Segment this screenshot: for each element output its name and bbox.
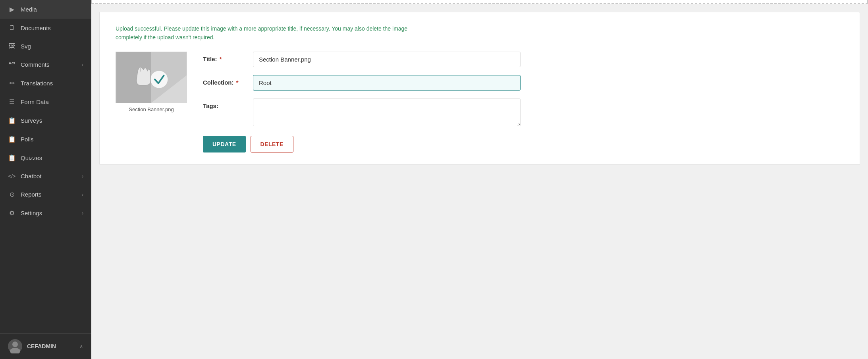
svg-icon: 🖼 [8,42,16,50]
buttons-row: UPDATE DELETE [203,136,521,152]
title-input[interactable] [253,52,521,67]
surveys-icon: 📋 [8,117,16,124]
chatbot-icon: </> [8,173,16,179]
collection-label: Collection: * [203,75,247,86]
avatar [8,339,22,353]
sidebar-item-polls[interactable]: 📋 Polls [0,130,91,149]
content-card: Upload successful. Please update this im… [99,12,860,165]
user-name: CEFADMIN [27,343,75,349]
image-preview [116,52,187,103]
title-required: * [220,56,222,62]
main-content: Upload successful. Please update this im… [91,0,868,359]
upload-drop-area-border [91,0,868,4]
documents-icon: 🗒 [8,24,16,31]
chevron-right-icon: › [82,192,83,197]
sidebar-item-translations[interactable]: ✏ Translations [0,74,91,93]
sidebar-item-quizzes[interactable]: 📋 Quizzes [0,149,91,167]
sidebar-item-comments[interactable]: ❝❞ Comments › [0,55,91,74]
settings-icon: ⚙ [8,209,16,217]
collection-required: * [236,79,239,86]
media-icon: ▶ [8,6,16,13]
chevron-up-icon: ∧ [79,344,83,349]
chevron-right-icon: › [82,62,83,68]
sidebar-item-label: Chatbot [21,173,42,180]
chevron-right-icon: › [82,174,83,179]
form-section: Section Banner.png Title: * Collection: [116,52,844,152]
quizzes-icon: 📋 [8,154,16,162]
chevron-right-icon: › [82,210,83,216]
collection-input[interactable] [253,75,521,91]
sidebar-item-label: Documents [21,25,51,31]
update-button[interactable]: UPDATE [203,136,246,152]
sidebar-item-media[interactable]: ▶ Media [0,0,91,19]
tags-row: Tags: [203,98,521,126]
sidebar-item-label: Polls [21,136,34,143]
fields-column: Title: * Collection: * Tags: [203,52,521,152]
sidebar-item-surveys[interactable]: 📋 Surveys [0,111,91,130]
comments-icon: ❝❞ [8,61,16,68]
collection-row: Collection: * [203,75,521,91]
title-label: Title: * [203,52,247,62]
title-row: Title: * [203,52,521,67]
form-data-icon: ☰ [8,98,16,106]
sidebar-item-label: Form Data [21,98,49,105]
image-column: Section Banner.png [116,52,187,112]
sidebar-item-documents[interactable]: 🗒 Documents [0,19,91,37]
svg-point-1 [10,348,20,353]
sidebar-item-label: Media [21,6,37,13]
sidebar-item-chatbot[interactable]: </> Chatbot › [0,167,91,185]
translations-icon: ✏ [8,79,16,87]
sidebar-item-form-data[interactable]: ☰ Form Data [0,93,91,111]
sidebar-item-label: Svg [21,43,31,50]
sidebar-item-label: Quizzes [21,154,42,161]
user-footer[interactable]: CEFADMIN ∧ [0,333,91,359]
svg-point-0 [12,342,18,347]
sidebar-item-reports[interactable]: ⊙ Reports › [0,185,91,204]
sidebar-item-settings[interactable]: ⚙ Settings › [0,204,91,222]
sidebar: ▶ Media 🗒 Documents 🖼 Svg ❝❞ Comments › … [0,0,91,359]
reports-icon: ⊙ [8,191,16,198]
tags-input[interactable] [253,98,521,126]
sidebar-item-label: Settings [21,210,42,216]
image-filename: Section Banner.png [129,106,174,112]
sidebar-item-label: Surveys [21,117,42,124]
sidebar-item-label: Reports [21,191,42,198]
delete-button[interactable]: DELETE [251,136,293,152]
success-message: Upload successful. Please update this im… [116,24,433,42]
sidebar-item-label: Translations [21,80,53,87]
sidebar-item-svg[interactable]: 🖼 Svg [0,37,91,55]
sidebar-item-label: Comments [21,61,50,68]
svg-point-5 [150,71,168,88]
tags-label: Tags: [203,98,247,109]
polls-icon: 📋 [8,135,16,143]
